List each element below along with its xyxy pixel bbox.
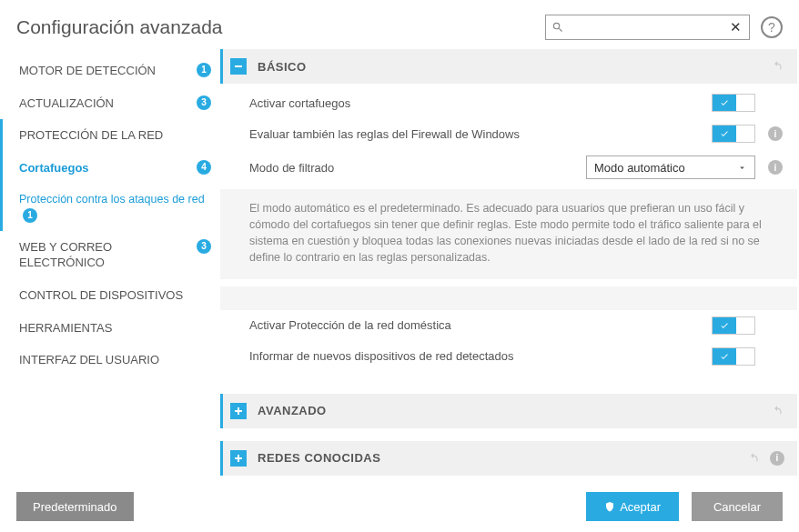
section-basic-header[interactable]: BÁSICO [220, 49, 797, 84]
badge: 4 [197, 160, 211, 175]
sidebar-item-device-control[interactable]: CONTROL DE DISPOSITIVOS [0, 279, 220, 312]
section-known-networks-header[interactable]: REDES CONOCIDAS i [220, 441, 797, 476]
svg-rect-2 [235, 410, 242, 412]
row-home-network-protection: Activar Protección de la red doméstica [220, 310, 797, 341]
badge: 3 [197, 95, 211, 110]
clear-search-icon[interactable]: ✕ [728, 19, 743, 35]
shield-icon [604, 501, 615, 512]
sidebar-item-network-attack-protection[interactable]: Protección contra los ataques de red 1 [0, 184, 220, 231]
info-icon[interactable]: i [768, 126, 783, 141]
search-input[interactable] [564, 21, 728, 35]
row-inform-new-devices: Informar de nuevos dispositivos de red d… [220, 341, 797, 372]
svg-rect-0 [235, 65, 242, 67]
sidebar: MOTOR DE DETECCIÓN 1 ACTUALIZACIÓN 3 PRO… [0, 49, 220, 477]
sidebar-item-user-interface[interactable]: INTERFAZ DEL USUARIO [0, 344, 220, 376]
sidebar-item-firewall[interactable]: Cortafuegos 4 [0, 152, 220, 185]
select-filter-mode[interactable]: Modo automático [586, 156, 755, 179]
sidebar-item-detection-engine[interactable]: MOTOR DE DETECCIÓN 1 [0, 55, 220, 87]
sidebar-item-network-protection[interactable]: PROTECCIÓN DE LA RED [0, 119, 220, 152]
toggle-activate-firewall[interactable] [712, 94, 755, 112]
badge: 1 [23, 208, 37, 223]
main-panel: BÁSICO Activar cortafuegos Evaluar tambi… [220, 49, 799, 477]
sidebar-item-tools[interactable]: HERRAMIENTAS [0, 312, 220, 345]
row-activate-firewall: Activar cortafuegos [220, 87, 797, 118]
section-advanced-header[interactable]: AVANZADO [220, 394, 797, 428]
expand-icon [230, 450, 247, 467]
toggle-eval-windows-rules[interactable] [712, 125, 755, 143]
cancel-button[interactable]: Cancelar [692, 492, 783, 521]
info-icon[interactable]: i [768, 160, 783, 175]
reset-icon[interactable] [770, 404, 784, 418]
expand-icon [230, 403, 247, 419]
svg-rect-4 [235, 457, 242, 459]
row-eval-windows-rules: Evaluar también las reglas del Firewall … [220, 118, 797, 149]
footer: Predeterminado Aceptar Cancelar [0, 481, 799, 532]
badge: 1 [197, 63, 211, 77]
toggle-inform-new-devices[interactable] [712, 347, 755, 366]
filter-mode-description: El modo automático es el predeterminado.… [220, 189, 797, 279]
chevron-down-icon [737, 163, 747, 173]
search-icon [551, 21, 564, 34]
accept-button[interactable]: Aceptar [586, 492, 679, 521]
reset-icon[interactable] [770, 59, 784, 74]
reset-icon[interactable] [746, 451, 761, 466]
toggle-home-network-protection[interactable] [712, 316, 755, 335]
page-title: Configuración avanzada [16, 16, 545, 38]
default-button[interactable]: Predeterminado [16, 492, 134, 521]
info-icon[interactable]: i [770, 451, 784, 466]
sidebar-item-update[interactable]: ACTUALIZACIÓN 3 [0, 87, 220, 120]
search-box[interactable]: ✕ [545, 15, 750, 40]
badge: 3 [197, 239, 211, 254]
sidebar-item-web-email[interactable]: WEB Y CORREO ELECTRÓNICO 3 [0, 231, 220, 279]
help-button[interactable]: ? [761, 16, 783, 38]
collapse-icon [230, 58, 247, 75]
row-filter-mode: Modo de filtrado Modo automático i [220, 149, 797, 186]
